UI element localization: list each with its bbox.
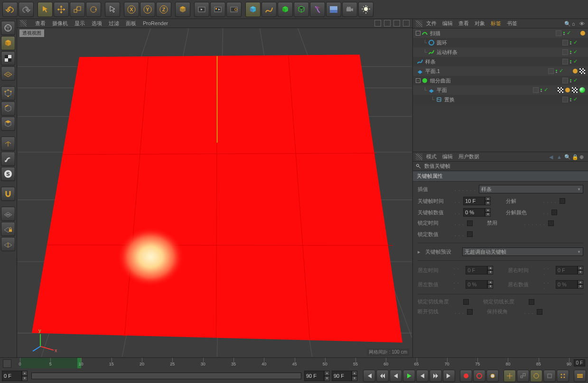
cube-primitive[interactable] — [245, 2, 261, 17]
layer-box[interactable] — [562, 78, 568, 83]
tree-row[interactable]: └圆环 — [413, 38, 588, 47]
end-frame-2[interactable]: ▲▼ — [332, 371, 358, 381]
render-pv[interactable] — [210, 2, 225, 17]
prev-frame[interactable] — [390, 370, 402, 382]
object-name[interactable]: 扫描 — [430, 30, 480, 37]
view-menu-camera[interactable]: 摄像机 — [52, 20, 68, 27]
object-name[interactable]: 圆环 — [437, 39, 487, 46]
disable-check[interactable] — [548, 220, 554, 226]
locktime-check[interactable] — [467, 220, 473, 226]
tag-dot[interactable] — [573, 69, 578, 73]
eye-icon[interactable]: 👁 — [579, 21, 585, 27]
layer-box[interactable] — [533, 87, 539, 93]
enable-check[interactable] — [574, 59, 579, 64]
search-icon[interactable]: 🔍 — [564, 154, 570, 160]
next-frame[interactable] — [416, 370, 429, 382]
x-axis-lock[interactable]: X — [124, 2, 139, 17]
z-axis-lock[interactable]: Z — [156, 2, 171, 17]
om-menu-bookmarks[interactable]: 书签 — [507, 20, 517, 27]
range-slider[interactable] — [31, 373, 301, 379]
nav-back-icon[interactable]: ◀ — [549, 154, 555, 160]
view-nav-1[interactable] — [374, 20, 381, 27]
am-menu-edit[interactable]: 编辑 — [442, 153, 453, 160]
rotate-tool[interactable] — [86, 2, 101, 17]
tree-row[interactable]: 样条 — [413, 57, 588, 66]
nav-up-icon[interactable]: ▲ — [557, 154, 562, 160]
visibility-dots[interactable] — [570, 60, 572, 64]
layer-box[interactable] — [562, 40, 568, 46]
keepangle-check[interactable] — [537, 309, 542, 315]
live-select-tool[interactable] — [37, 2, 53, 17]
texture-tag-icon[interactable] — [572, 87, 578, 93]
goto-first[interactable] — [363, 370, 375, 382]
render-view[interactable] — [194, 2, 209, 17]
key-rot[interactable] — [530, 370, 542, 382]
key-selection[interactable] — [486, 370, 499, 382]
keyvalue-input[interactable]: ▲▼ — [463, 208, 492, 217]
undo-button[interactable] — [2, 2, 18, 17]
view-nav-4[interactable] — [403, 20, 410, 27]
object-name[interactable]: 细分曲面 — [430, 77, 480, 84]
object-name[interactable]: 平面 — [437, 87, 487, 94]
key-param[interactable] — [543, 370, 556, 382]
open-timeline[interactable] — [574, 370, 586, 382]
enable-check[interactable] — [560, 69, 564, 73]
polygons-mode[interactable] — [1, 117, 15, 131]
object-name[interactable]: 样条 — [425, 58, 476, 65]
visibility-dots[interactable] — [570, 98, 572, 101]
tag-dot[interactable] — [580, 31, 585, 36]
view-menu-filter[interactable]: 过滤 — [109, 20, 119, 27]
goto-prevkey[interactable] — [376, 370, 389, 382]
expand-icon[interactable]: ▸ — [418, 249, 420, 255]
tree-row[interactable]: -扫描 — [413, 28, 588, 38]
generator-2[interactable] — [294, 2, 309, 17]
breaktan-check[interactable] — [467, 309, 473, 315]
layer-box[interactable] — [548, 68, 554, 74]
tree-row[interactable]: 平面.1 — [413, 66, 588, 76]
tree-row[interactable]: └运动样条 — [413, 47, 588, 57]
texture-tag-icon[interactable] — [558, 87, 563, 93]
locked-workplane[interactable] — [1, 222, 15, 236]
record-key[interactable] — [460, 370, 472, 382]
model-mode[interactable] — [1, 36, 15, 50]
visibility-dots[interactable] — [563, 32, 565, 35]
enable-check[interactable] — [574, 97, 579, 102]
coord-system[interactable] — [175, 2, 190, 17]
layer-box[interactable] — [562, 97, 568, 102]
enable-check[interactable] — [544, 88, 549, 92]
expand-toggle[interactable]: - — [416, 31, 420, 36]
object-name[interactable]: 平面.1 — [425, 68, 476, 75]
lock-icon[interactable]: 🔒 — [572, 154, 578, 160]
layer-box[interactable] — [562, 49, 568, 55]
scale-tool[interactable] — [70, 2, 85, 17]
enable-check[interactable] — [574, 50, 579, 55]
goto-nextkey[interactable] — [429, 370, 442, 382]
object-tree[interactable]: -扫描└圆环└运动样条样条平面.1-细分曲面└平面└置换 — [413, 28, 588, 152]
breakdown-check[interactable] — [560, 198, 565, 204]
enable-check[interactable] — [567, 31, 572, 36]
texture-tag-icon[interactable] — [579, 68, 585, 74]
material-tag-icon[interactable] — [579, 87, 585, 93]
key-pos[interactable] — [504, 370, 516, 382]
am-menu-mode[interactable]: 模式 — [426, 153, 437, 160]
tree-row[interactable]: └置换 — [413, 95, 588, 104]
expand-toggle[interactable]: - — [416, 78, 420, 83]
deformer[interactable] — [310, 2, 325, 17]
lval-input[interactable]: ▲▼ — [466, 280, 493, 289]
layer-box[interactable] — [556, 30, 561, 36]
object-name[interactable]: 置换 — [444, 96, 495, 103]
play[interactable] — [403, 370, 415, 382]
am-menu-userdata[interactable]: 用户数据 — [458, 153, 479, 160]
workplane-mode[interactable] — [1, 66, 15, 81]
goto-last[interactable] — [443, 370, 455, 382]
camera[interactable] — [342, 2, 357, 17]
new-icon[interactable]: ⊕ — [579, 154, 585, 160]
breakdowncolor-check[interactable] — [551, 210, 557, 215]
texture-mode[interactable] — [1, 51, 15, 65]
planar-workplane[interactable] — [1, 237, 15, 251]
key-pla[interactable] — [557, 370, 569, 382]
tree-row[interactable]: └平面 — [413, 85, 588, 95]
snap-toggle[interactable] — [1, 187, 15, 201]
tweak-mode[interactable] — [1, 152, 15, 166]
points-mode[interactable] — [1, 86, 15, 100]
